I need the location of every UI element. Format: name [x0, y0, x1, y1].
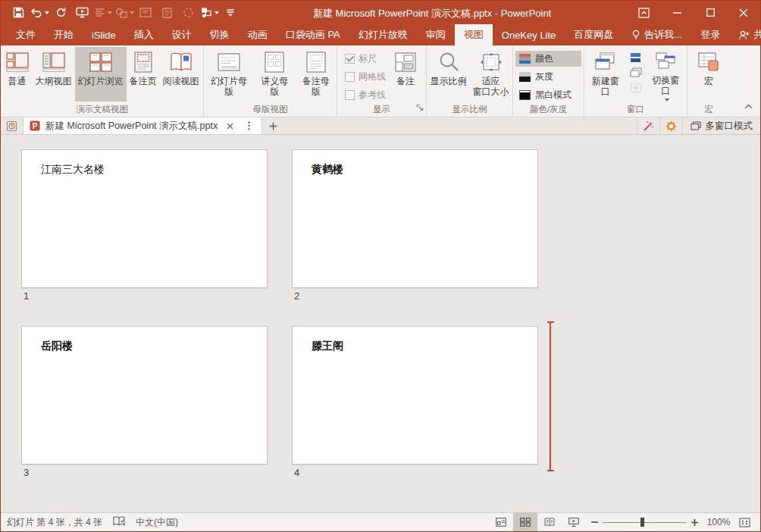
tab-animations[interactable]: 动画	[239, 24, 277, 45]
statusbar-slideshow-button[interactable]	[562, 513, 586, 531]
arrange-all-icon[interactable]	[629, 52, 643, 64]
tab-home[interactable]: 开始	[45, 24, 83, 45]
reading-view-button[interactable]: 阅读视图	[160, 47, 202, 102]
slide-sorter-icon	[89, 50, 113, 74]
ruler-checkbox: 标尺	[345, 52, 386, 65]
ribbon: 普通 大纲视图 幻灯片浏览	[1, 45, 760, 117]
move-split-icon	[629, 82, 643, 94]
tab-pocket-animation[interactable]: 口袋动画 PA	[277, 24, 349, 45]
tab-transitions[interactable]: 切换	[201, 24, 239, 45]
undo-button[interactable]	[30, 3, 49, 23]
tab-baidu-netdisk[interactable]: 百度网盘	[565, 24, 622, 45]
grayscale-mode-button[interactable]: 灰度	[515, 69, 581, 85]
animation-pane-icon	[157, 3, 177, 23]
document-tab-active[interactable]: P 新建 Microsoft PowerPoint 演示文稿.pptx	[23, 117, 262, 134]
zoom-slider-handle[interactable]	[640, 518, 644, 527]
zoom-percentage[interactable]: 100%	[703, 517, 734, 527]
document-tab-bar: P 新建 Microsoft PowerPoint 演示文稿.pptx 多窗口模…	[1, 117, 760, 135]
ribbon-display-options-button[interactable]	[627, 1, 660, 24]
statusbar-normal-view-button[interactable]	[489, 513, 513, 531]
multi-window-mode-button[interactable]: 多窗口模式	[682, 117, 761, 134]
black-white-mode-button[interactable]: 黑白模式	[515, 87, 581, 103]
new-window-icon	[593, 50, 618, 74]
normal-view-button[interactable]: 普通	[2, 47, 33, 102]
color-swatch-icon	[519, 54, 531, 64]
fit-slide-to-window-button[interactable]	[734, 513, 754, 531]
redo-icon[interactable]	[51, 3, 70, 23]
zoom-slider[interactable]	[603, 513, 686, 531]
group-color-grayscale: 颜色 灰度 黑白模式 颜色/灰度	[513, 45, 584, 117]
tab-slideshow[interactable]: 幻灯片放映	[349, 24, 417, 45]
minimize-button[interactable]	[660, 1, 694, 24]
handout-master-button[interactable]: 讲义母版	[254, 47, 295, 102]
notes-master-button[interactable]: 备注母版	[296, 47, 337, 102]
switch-windows-button[interactable]: 切换窗口	[645, 47, 687, 102]
close-tab-icon[interactable]	[223, 117, 236, 134]
slide-thumbnail-2[interactable]: 黄鹤楼	[292, 149, 538, 288]
share-button[interactable]: 共享	[729, 24, 761, 45]
tab-insert[interactable]: 插入	[125, 24, 163, 45]
slide-1-title: 江南三大名楼	[41, 163, 105, 177]
outline-view-button[interactable]: 大纲视图	[33, 47, 75, 102]
normal-view-icon	[5, 50, 30, 74]
cascade-windows-icon[interactable]	[629, 67, 643, 79]
grayscale-swatch-icon	[519, 72, 531, 82]
notes-master-icon	[304, 50, 328, 74]
macros-button[interactable]: 宏	[694, 47, 724, 102]
group-label-macros: 宏	[687, 104, 730, 117]
settings-gear-icon[interactable]	[659, 117, 682, 134]
checkbox-unchecked-icon	[345, 72, 355, 82]
group-label-window: 窗口	[584, 104, 687, 117]
slide-3-number: 3	[23, 467, 29, 478]
tab-design[interactable]: 设计	[163, 24, 201, 45]
outline-view-icon	[42, 50, 66, 74]
notes-page-view-button[interactable]: 备注页	[127, 47, 160, 102]
magic-wand-icon[interactable]	[637, 117, 659, 134]
slide-thumbnail-3[interactable]: 岳阳楼	[21, 326, 268, 465]
quick-access-toolbar	[1, 3, 240, 23]
color-mode-button[interactable]: 颜色	[515, 51, 581, 67]
group-label-color: 颜色/灰度	[513, 104, 584, 117]
start-slideshow-icon[interactable]	[72, 3, 92, 23]
new-tab-button[interactable]	[262, 117, 283, 134]
tab-more-options-icon[interactable]	[242, 117, 255, 134]
tab-islide[interactable]: iSlide	[83, 24, 125, 45]
zoom-in-button[interactable]	[686, 513, 703, 531]
language-indicator[interactable]: 中文(中国)	[136, 516, 178, 529]
slide-thumbnail-1[interactable]: 江南三大名楼	[21, 149, 268, 288]
new-window-button[interactable]: 新建窗口	[584, 47, 627, 102]
tab-onekey-lite[interactable]: OneKey Lite	[493, 24, 565, 45]
statusbar-reading-view-button[interactable]	[537, 513, 562, 531]
fit-to-window-button[interactable]: 适应 窗口大小	[470, 47, 512, 102]
save-icon[interactable]	[8, 3, 28, 23]
ppt-file-icon: P	[30, 120, 40, 131]
undo-dropdown-icon[interactable]	[45, 11, 49, 14]
sign-in-button[interactable]: 登录	[691, 24, 729, 45]
slide-sorter-canvas[interactable]: 江南三大名楼 黄鹤楼 1 2 岳阳楼 滕王阁 3 4	[1, 135, 760, 512]
slide-3-title: 岳阳楼	[41, 340, 73, 353]
customize-qat-icon[interactable]	[221, 3, 240, 23]
tab-view[interactable]: 视图	[455, 24, 493, 45]
tab-review[interactable]: 审阅	[417, 24, 455, 45]
zoom-out-button[interactable]	[586, 513, 603, 531]
close-button[interactable]	[727, 1, 760, 24]
zoom-button[interactable]: 显示比例	[427, 47, 470, 102]
tell-me-box[interactable]: 告诉我...	[622, 24, 691, 45]
arrange-order-icon[interactable]	[199, 3, 219, 23]
maximize-button[interactable]	[694, 1, 727, 24]
ribbon-tab-bar: 文件 开始 iSlide 插入 设计 切换 动画 口袋动画 PA 幻灯片放映 审…	[1, 24, 760, 45]
slide-master-button[interactable]: 幻灯片母版	[204, 47, 254, 102]
proofing-icon[interactable]	[113, 516, 125, 529]
slide-2-title: 黄鹤楼	[312, 163, 343, 177]
statusbar-slide-sorter-button[interactable]	[513, 513, 537, 531]
slide-thumbnail-4[interactable]: 滕王阁	[292, 326, 538, 465]
checkbox-unchecked-icon	[345, 90, 355, 100]
dialog-launcher-icon[interactable]	[416, 101, 424, 114]
tab-file[interactable]: 文件	[7, 24, 45, 45]
collapse-ribbon-icon[interactable]	[744, 99, 753, 112]
slide-sorter-view-button[interactable]: 幻灯片浏览	[75, 47, 127, 102]
arrange-dropdown-icon[interactable]	[215, 11, 219, 14]
notes-button[interactable]: 备注	[390, 47, 421, 102]
session-restore-icon[interactable]	[1, 117, 23, 134]
svg-text:P: P	[33, 122, 38, 130]
